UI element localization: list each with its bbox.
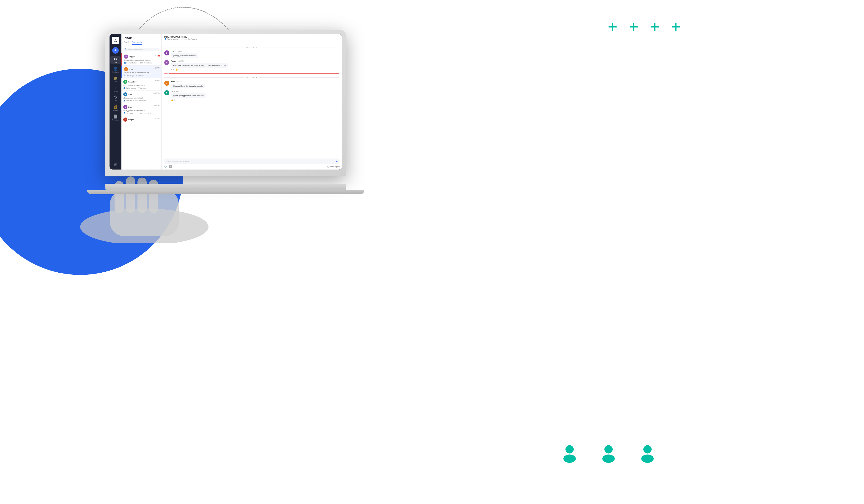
chat-meta-task: ✓ 2020 Tax Returns: [181, 38, 197, 40]
inbox-item-name-don: Don: [128, 106, 132, 108]
search-icon: 🔍: [125, 48, 127, 51]
contact-meta-icon: 👤: [164, 38, 166, 40]
msg-time-peggy: 2:10 PM: [178, 60, 183, 62]
nav-add-button[interactable]: +: [112, 47, 119, 53]
attach-icon[interactable]: 📎: [164, 165, 167, 168]
client-icon-salvatore: 👤: [123, 87, 125, 89]
inbox-item-time-don: 12:32 PM: [153, 105, 159, 107]
mark-urgent-control[interactable]: Mark urgent: [327, 166, 339, 168]
meta-task-joan: ✓ Tax Help: [136, 74, 143, 76]
msg-bubble-joan: @peggy I have the docs at my desk.: [171, 84, 205, 88]
inbox-item-roger[interactable]: R Roger 12:32 PM: [121, 116, 161, 124]
avatar-salvatore: S: [123, 80, 128, 84]
msg-avatar-paul: P: [164, 90, 169, 95]
sidebar-item-time-label: Time: [113, 100, 117, 101]
chat-messages: DEC 5, 2021 ▾ D Don 12:35 PM: [161, 42, 342, 157]
user-avatar-icon-3: [637, 442, 658, 463]
sidebar-item-tasks[interactable]: ✓ Tasks: [110, 85, 121, 93]
svg-rect-10: [137, 178, 147, 213]
search-bar[interactable]: 🔍 Search comments: [123, 48, 159, 51]
sidebar-item-inbox[interactable]: ✉ Inbox: [110, 56, 121, 64]
mark-urgent-checkbox[interactable]: [327, 166, 329, 168]
msg-time-joan: 4:35 PM: [177, 81, 182, 83]
reaction-thumbsup-icon: 👍: [175, 69, 178, 71]
inbox-item-left-salvatore: S Salvatore: [123, 80, 136, 84]
msg-avatar-joan: J: [164, 81, 169, 86]
inbox-item-stan[interactable]: S Stan 12:32 PM @peggy new account setup…: [121, 91, 161, 103]
mark-urgent-label: Mark urgent: [331, 166, 339, 168]
inbox-header: Inbox Email Comments: [121, 34, 161, 46]
sidebar-item-files[interactable]: 📁 Files: [110, 75, 121, 83]
inbox-item-header-roger: R Roger 12:32 PM: [123, 118, 159, 122]
search-placeholder-text: Search comments: [128, 49, 143, 51]
chat-linked-task: 2020 Tax Returns: [183, 38, 197, 40]
app-logo: △: [112, 37, 119, 44]
inbox-item-time-stan: 12:32 PM: [153, 92, 159, 94]
user-avatar-icon-2: [598, 442, 619, 463]
inbox-title: Inbox: [124, 36, 159, 40]
svg-rect-9: [126, 176, 135, 213]
svg-point-2: [604, 445, 613, 454]
inbox-item-name-joan: Joan: [129, 68, 133, 70]
meta-task-salvatore: ✓ Task name: [137, 87, 146, 89]
inbox-item-joan[interactable]: J Joan 10:01 AM We are in the middle of …: [121, 65, 161, 78]
send-icon[interactable]: ➤: [335, 160, 338, 163]
nav-grid-icon[interactable]: ⊞: [114, 163, 117, 167]
meta-client-joan: 👤 Tru Designs: [124, 74, 134, 76]
msg-sender-joan: Joan: [171, 81, 175, 83]
time-icon: ⏱: [113, 95, 117, 99]
sidebar-item-contacts[interactable]: 👤 Contacts: [110, 65, 121, 74]
avatar-don: D: [123, 105, 128, 109]
user-icon-2: [598, 442, 619, 463]
inbox-item-name-roger: Roger: [128, 119, 134, 121]
client-icon-don: 👤: [123, 112, 125, 114]
chat-input-box[interactable]: Type a comment, @mention ➤: [164, 158, 339, 164]
message-row-peggy: P Peggy 2:10 PM @don I've completed the …: [164, 60, 339, 71]
templates-icon: 📄: [113, 114, 118, 119]
date-chevron-dec6: ▾: [256, 76, 257, 79]
task-icon-joan: ✓: [136, 74, 137, 76]
app-sidebar: △ + ✉ Inbox 👤 Contacts 📁 F: [109, 34, 121, 169]
inbox-panel: Inbox Email Comments 🔍 Search comments: [121, 34, 161, 169]
chat-meta-contact: 👤 Rachel Menken: [164, 38, 179, 40]
date-divider-text-dec6: DEC 6, 2021 ▾: [246, 76, 257, 79]
tab-comments[interactable]: Comments: [132, 41, 142, 45]
avatar-peggy: P: [124, 55, 128, 59]
meta-client-salvatore: 👤 Rachel Menken: [123, 87, 136, 89]
inbox-item-left: P Peggy: [124, 55, 134, 59]
sidebar-item-time[interactable]: ⏱ Time: [110, 94, 121, 103]
message-row-joan: J Joan 4:35 PM @peggy I have the docs at…: [164, 81, 339, 88]
inbox-item-header-salvatore: S Salvatore 12:32 PM: [123, 80, 159, 84]
chat-input-actions: 📎 🖼: [164, 165, 172, 168]
msg-content-joan: Joan 4:35 PM @peggy I have the docs at m…: [171, 81, 339, 88]
inbox-item-peggy[interactable]: P Peggy 12:32 PM @paul @joan please brin…: [121, 53, 161, 65]
inbox-item-time-salvatore: 12:32 PM: [153, 80, 159, 81]
laptop-shell: △ + ✉ Inbox 👤 Contacts 📁 F: [105, 30, 346, 176]
plus-sign-4: +: [671, 18, 681, 35]
message-row-paul: P Paul 4:42 PM @joan @peggy I have some …: [164, 90, 339, 101]
sidebar-item-billing-label: Billing: [113, 109, 118, 111]
contacts-icon: 👤: [113, 67, 118, 71]
date-divider-dec6: DEC 6, 2021 ▾: [164, 76, 339, 79]
inbox-item-meta-salvatore: 👤 Rachel Menken ✓ Task name: [123, 87, 159, 89]
inbox-item-salvatore[interactable]: S Salvatore 12:32 PM @peggy new account …: [121, 78, 161, 91]
date-divider-dec5: DEC 5, 2021 ▾: [164, 46, 339, 48]
plus-sign-2: +: [629, 18, 638, 35]
tab-email[interactable]: Email: [124, 41, 129, 45]
sidebar-item-billing[interactable]: 💰 Billing: [110, 104, 121, 112]
inbox-item-preview-salvatore: @peggy new account setup: [123, 84, 159, 86]
image-icon[interactable]: 🖼: [169, 165, 172, 168]
inbox-item-don[interactable]: D Don 12:32 PM @peggy new account setup …: [121, 103, 161, 116]
inbox-item-time-roger: 12:32 PM: [153, 118, 159, 119]
chat-more-button[interactable]: ⋮: [336, 36, 339, 40]
msg-reactions-paul: 👍 2: [171, 99, 339, 101]
sidebar-item-templates-label: Templates: [112, 119, 119, 121]
app-logo-text: △: [114, 38, 117, 42]
meta-task-peggy: ✓ 2020 Tax Returns: [138, 62, 152, 64]
sidebar-item-templates[interactable]: 📄 Templates: [110, 113, 121, 122]
inbox-tabs: Email Comments: [124, 41, 159, 45]
inbox-item-left-don: D Don: [123, 105, 132, 109]
laptop-base: [105, 184, 346, 191]
svg-point-4: [643, 445, 652, 454]
inbox-item-meta-joan: 👤 Tru Designs ✓ Tax Help: [124, 74, 159, 76]
